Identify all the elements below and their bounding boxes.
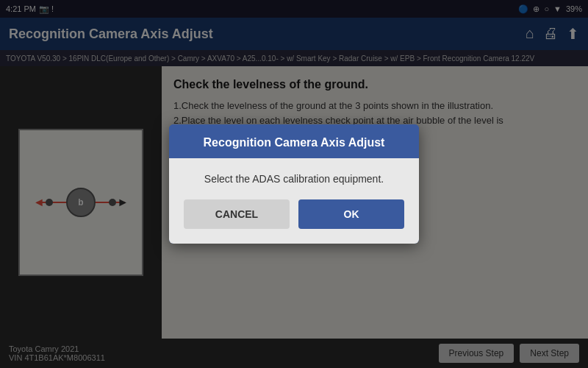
dialog: Recognition Camera Axis Adjust Select th… [169, 124, 419, 244]
dialog-title: Recognition Camera Axis Adjust [204, 136, 385, 149]
modal-overlay: Recognition Camera Axis Adjust Select th… [0, 0, 588, 368]
ok-button[interactable]: OK [298, 199, 404, 229]
dialog-body: Select the ADAS calibration equipment. [169, 158, 419, 199]
dialog-buttons: CANCEL OK [169, 199, 419, 244]
dialog-header: Recognition Camera Axis Adjust [169, 124, 419, 158]
cancel-button[interactable]: CANCEL [184, 199, 290, 229]
